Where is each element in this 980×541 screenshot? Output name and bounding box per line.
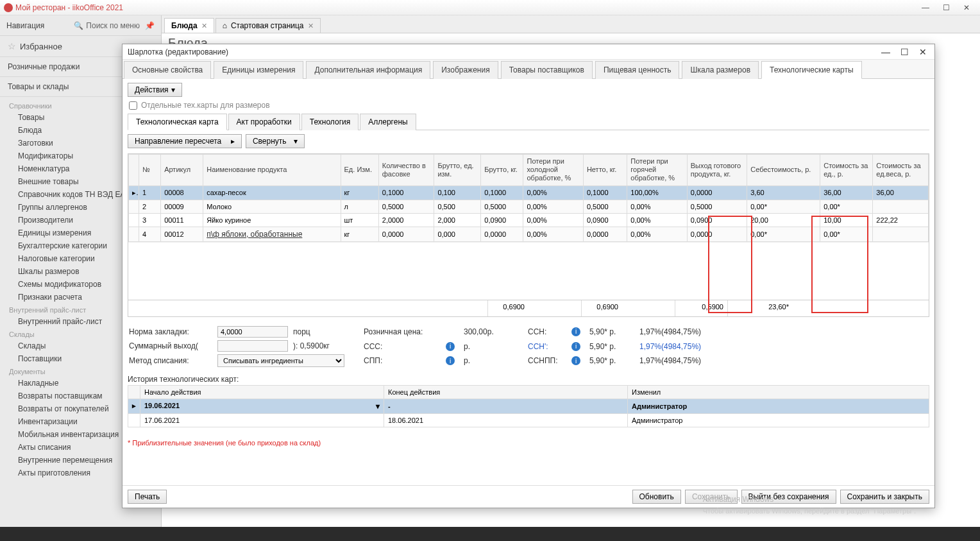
dialog-tab[interactable]: Товары поставщиков [501, 61, 593, 79]
column-header[interactable]: Нетто, кг. [583, 155, 627, 186]
table-row[interactable]: 300011Яйко куриноешт2,00002,0000,09000,0… [129, 213, 929, 227]
chevron-down-icon: ▾ [171, 85, 175, 94]
info-icon[interactable]: i [446, 342, 455, 351]
ssnpp-value: 5,90* р. [589, 356, 634, 365]
ccc-label: ССС: [364, 342, 441, 351]
maximize-button[interactable]: ☐ [936, 2, 956, 13]
info-icon[interactable]: i [571, 327, 580, 336]
column-header[interactable]: Брутто, кг. [481, 155, 523, 186]
norm-input[interactable] [217, 326, 288, 338]
sum-input[interactable] [217, 340, 288, 352]
info-icon[interactable]: i [571, 356, 580, 365]
dialog-minimize[interactable]: — [879, 47, 893, 57]
ssnpp-pct: 1,97%(4984,75%) [639, 356, 742, 365]
status-bar [0, 527, 980, 541]
dialog-tab[interactable]: Пищевая ценность [595, 61, 680, 79]
ssn-value: 5,90* р. [589, 327, 634, 336]
table-row[interactable]: 400012п\ф яблоки, обработанныекг0,00000,… [129, 227, 929, 241]
column-header[interactable]: № [139, 155, 160, 186]
chevron-down-icon: ▾ [294, 137, 298, 146]
norm-label: Норма закладки: [129, 327, 212, 336]
document-tabs: Блюда✕ ⌂Стартовая страница✕ [162, 15, 980, 33]
dialog-tab[interactable]: Основные свойства [124, 61, 211, 79]
history-grid[interactable]: Начало действияКонец действияИзменил ▸19… [128, 385, 929, 427]
close-icon[interactable]: ✕ [308, 22, 314, 30]
spp-value: р. [464, 356, 509, 365]
window-titlebar: Мой ресторан - iikoOffice 2021 — ☐ ✕ [0, 0, 980, 15]
ccc-value: р. [464, 342, 509, 351]
approx-note: * Приблизительные значения (не было прих… [128, 439, 929, 447]
star-icon: ☆ [8, 41, 16, 51]
column-header[interactable]: Себестоимость, р. [747, 155, 820, 186]
ssn-label: ССН: [528, 327, 566, 336]
recalc-direction-button[interactable]: Направление пересчета ▸ [128, 134, 242, 148]
retail-label: Розничная цена: [364, 327, 441, 336]
table-row[interactable]: ▸100008сахар-песоккг0,10000,1000,10000,0… [129, 185, 929, 200]
dialog-tab[interactable]: Изображения [433, 61, 498, 79]
ssn-pct: 1,97%(4984,75%) [639, 327, 742, 336]
nav-search[interactable]: 🔍Поиск по меню [74, 21, 140, 30]
column-header[interactable]: Потери при горячей обработке, % [627, 155, 687, 186]
chevron-right-icon: ▸ [231, 137, 235, 146]
subtab[interactable]: Акт проработки [228, 114, 300, 130]
actions-button[interactable]: Действия▾ [128, 83, 182, 97]
search-icon: 🔍 [74, 21, 83, 30]
norm-unit: порц [293, 327, 344, 336]
method-select[interactable]: Списывать ингредиенты [217, 354, 344, 367]
subtab[interactable]: Аллергены [360, 114, 416, 130]
column-header[interactable]: Ед. Изм. [341, 155, 378, 186]
method-label: Метод списания: [129, 356, 212, 365]
nav-title: Навигация [6, 21, 44, 30]
ssn1-value: 5,90* р. [589, 342, 634, 351]
history-row[interactable]: 17.06.202118.06.2021Администратор [128, 413, 929, 427]
dialog-title: Шарлотка (редактирование) [128, 47, 228, 56]
column-header[interactable]: Количество в фасовке [378, 155, 434, 186]
save-button[interactable]: Сохранить [685, 490, 738, 504]
minimize-button[interactable]: — [916, 2, 935, 13]
history-row[interactable]: ▸19.06.2021 ▾-Администратор [128, 399, 929, 413]
dialog-tab[interactable]: Единицы измерения [214, 61, 303, 79]
ssn1-label: ССН': [528, 342, 566, 351]
ssn1-pct: 1,97%(4984,75%) [639, 342, 742, 351]
close-icon[interactable]: ✕ [201, 22, 207, 30]
app-icon [4, 3, 13, 12]
ingredients-grid[interactable]: №АртикулНаименование продуктаЕд. Изм.Кол… [128, 154, 929, 242]
column-header[interactable]: Выход готового продукта, кг. [687, 155, 747, 186]
save-close-button[interactable]: Сохранить и закрыть [840, 490, 929, 504]
retail-value: 300,00р. [464, 327, 509, 336]
spp-label: СПП: [364, 356, 441, 365]
home-icon: ⌂ [223, 21, 227, 30]
edit-dialog: Шарлотка (редактирование) — ☐ ✕ Основные… [122, 44, 935, 508]
exit-nosave-button[interactable]: Выйти без сохранения [741, 490, 836, 504]
dialog-close[interactable]: ✕ [917, 47, 929, 57]
print-button[interactable]: Печать [128, 490, 167, 504]
info-icon[interactable]: i [446, 356, 455, 365]
subtab[interactable]: Технология [301, 114, 359, 130]
tab-dishes[interactable]: Блюда✕ [164, 18, 214, 33]
dialog-maximize[interactable]: ☐ [898, 47, 911, 57]
dialog-tab[interactable]: Шкала размеров [682, 61, 759, 79]
column-header[interactable]: Потери при холодной обработке, % [523, 155, 583, 186]
sum-suffix: ): 0,5900кг [293, 341, 344, 350]
refresh-button[interactable]: Обновить [632, 490, 681, 504]
subtab[interactable]: Технологическая карта [128, 114, 227, 130]
column-header[interactable]: Артикул [161, 155, 203, 186]
dialog-tab[interactable]: Дополнительная информация [306, 61, 430, 79]
dialog-tab[interactable]: Технологические карты [761, 61, 862, 79]
totals-row: 0,6900 0,6900 0,5900 23,60* [128, 300, 929, 317]
sizes-checkbox[interactable] [129, 101, 137, 110]
pin-icon[interactable]: 📌 [145, 21, 155, 30]
table-row[interactable]: 200009Молокол0,50000,5000,50000,00%0,500… [129, 200, 929, 213]
column-header[interactable]: Стоимость за ед.веса, р. [873, 155, 929, 186]
column-header[interactable]: Наименование продукта [203, 155, 341, 186]
history-label: История технологических карт: [128, 375, 929, 384]
sum-label: Суммарный выход( [129, 341, 212, 350]
sizes-label: Отдельные тех.карты для размеров [141, 101, 270, 110]
info-icon[interactable]: i [571, 342, 580, 351]
tab-start-page[interactable]: ⌂Стартовая страница✕ [215, 18, 321, 33]
close-button[interactable]: ✕ [957, 2, 976, 13]
column-header[interactable]: Стоимость за ед., р. [820, 155, 873, 186]
window-title: Мой ресторан - iikoOffice 2021 [15, 3, 123, 12]
collapse-button[interactable]: Свернуть ▾ [246, 134, 305, 148]
column-header[interactable]: Брутто, ед. изм. [434, 155, 481, 186]
